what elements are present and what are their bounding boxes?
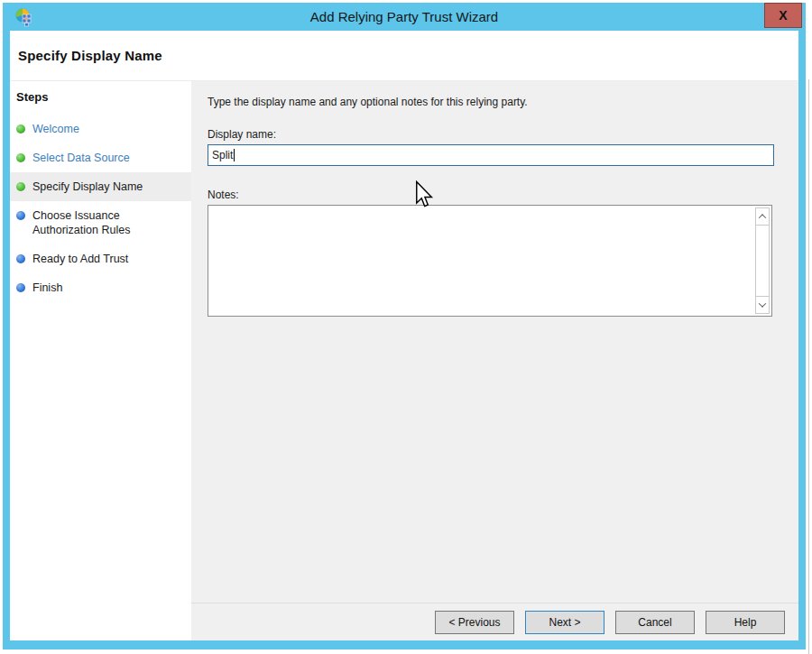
- close-button[interactable]: X: [764, 3, 802, 28]
- chevron-up-icon: [759, 214, 766, 221]
- chevron-down-icon: [759, 299, 766, 307]
- page-title: Specify Display Name: [18, 48, 162, 63]
- steps-heading: Steps: [16, 90, 191, 104]
- background-window-edge: [808, 79, 809, 654]
- window-title: Add Relying Party Trust Wizard: [3, 9, 806, 24]
- display-name-input[interactable]: Split: [208, 144, 774, 166]
- step-upcoming-icon: [16, 211, 25, 220]
- notes-scrollbar[interactable]: [755, 207, 770, 314]
- sidebar-step-ready-to-add-trust[interactable]: Ready to Add Trust: [10, 244, 191, 273]
- desktop-background: Add Relying Party Trust Wizard X Specify…: [0, 0, 812, 654]
- step-upcoming-icon: [16, 254, 25, 263]
- wizard-button-bar: < Previous Next > Cancel Help: [191, 603, 798, 640]
- step-completed-icon: [16, 124, 25, 134]
- next-button[interactable]: Next >: [525, 611, 604, 634]
- scroll-up-button[interactable]: [756, 208, 769, 226]
- cancel-button[interactable]: Cancel: [615, 611, 695, 634]
- display-name-value: Split: [212, 149, 233, 161]
- sidebar-step-choose-issuance-authorization-rules[interactable]: Choose Issuance Authorization Rules: [10, 201, 191, 244]
- previous-button[interactable]: < Previous: [435, 611, 514, 634]
- notes-textarea[interactable]: [208, 205, 772, 317]
- window-client-area: Specify Display Name Steps Welcome Selec…: [10, 31, 798, 640]
- sidebar-step-finish[interactable]: Finish: [10, 273, 191, 302]
- wizard-page-header: Specify Display Name: [10, 31, 798, 81]
- help-button[interactable]: Help: [706, 611, 785, 634]
- adfs-wizard-icon: [14, 7, 34, 27]
- sidebar-step-select-data-source[interactable]: Select Data Source: [10, 143, 191, 172]
- sidebar-step-specify-display-name[interactable]: Specify Display Name: [10, 172, 191, 201]
- step-completed-icon: [16, 153, 25, 162]
- wizard-page-content: Type the display name and any optional n…: [191, 81, 798, 640]
- step-upcoming-icon: [16, 283, 25, 292]
- title-bar[interactable]: Add Relying Party Trust Wizard X: [3, 3, 806, 31]
- scroll-down-button[interactable]: [756, 296, 769, 313]
- wizard-window: Add Relying Party Trust Wizard X Specify…: [3, 3, 806, 649]
- sidebar-step-welcome[interactable]: Welcome: [10, 115, 191, 143]
- instruction-text: Type the display name and any optional n…: [208, 96, 528, 108]
- steps-sidebar: Steps Welcome Select Data Source Specify…: [10, 81, 191, 640]
- text-caret: [234, 149, 235, 161]
- display-name-label: Display name:: [208, 128, 276, 141]
- notes-label: Notes:: [208, 189, 239, 201]
- step-current-icon: [16, 182, 25, 191]
